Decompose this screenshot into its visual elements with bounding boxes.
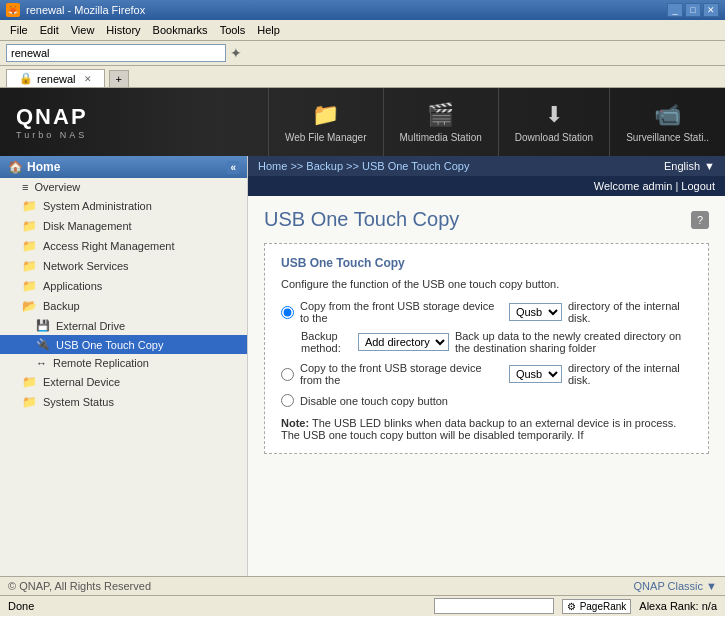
nav-surveillance-station-label: Surveillance Stati.. bbox=[626, 132, 709, 143]
sidebar-item-disk-management[interactable]: 📁 Disk Management bbox=[0, 216, 247, 236]
page-title-text: USB One Touch Copy bbox=[264, 208, 459, 231]
option3-row: Disable one touch copy button bbox=[281, 394, 692, 407]
tab-bar: 🔒 renewal ✕ + bbox=[0, 66, 725, 88]
section-description: Configure the function of the USB one to… bbox=[281, 278, 692, 290]
menu-bookmarks[interactable]: Bookmarks bbox=[147, 22, 214, 38]
note-text: Note: The USB LED blinks when data backu… bbox=[281, 417, 692, 441]
help-icon[interactable]: ? bbox=[691, 211, 709, 229]
status-text: Done bbox=[8, 600, 34, 612]
sidebar-item-remote-replication-label: Remote Replication bbox=[53, 357, 149, 369]
section-title: USB One Touch Copy bbox=[281, 256, 692, 270]
remote-replication-icon: ↔ bbox=[36, 357, 47, 369]
sidebar-item-external-device[interactable]: 📁 External Device bbox=[0, 372, 247, 392]
window-controls[interactable]: _ □ ✕ bbox=[667, 3, 719, 17]
breadcrumb-backup-link[interactable]: Backup bbox=[306, 160, 343, 172]
sidebar: 🏠 Home « ≡ Overview 📁 System Administrat… bbox=[0, 156, 248, 576]
option3-label: Disable one touch copy button bbox=[300, 395, 448, 407]
usb-icon: 🔌 bbox=[36, 338, 50, 351]
address-input[interactable] bbox=[6, 44, 226, 62]
address-bar: ✦ bbox=[0, 41, 725, 66]
menu-help[interactable]: Help bbox=[251, 22, 286, 38]
content-body: USB One Touch Copy ? USB One Touch Copy … bbox=[248, 196, 725, 576]
option2-label-pre: Copy to the front USB storage device fro… bbox=[300, 362, 503, 386]
sidebar-item-network-services[interactable]: 📁 Network Services bbox=[0, 256, 247, 276]
sidebar-item-applications[interactable]: 📁 Applications bbox=[0, 276, 247, 296]
menu-edit[interactable]: Edit bbox=[34, 22, 65, 38]
main-layout: 🏠 Home « ≡ Overview 📁 System Administrat… bbox=[0, 156, 725, 576]
option3-radio[interactable] bbox=[281, 394, 294, 407]
sidebar-item-overview[interactable]: ≡ Overview bbox=[0, 178, 247, 196]
note-content: The USB LED blinks when data backup to a… bbox=[281, 417, 676, 441]
add-tab-button[interactable]: ✦ bbox=[230, 45, 242, 61]
menu-bar: File Edit View History Bookmarks Tools H… bbox=[0, 20, 725, 41]
sidebar-item-backup[interactable]: 📂 Backup bbox=[0, 296, 247, 316]
qnap-logo-sub: Turbo NAS bbox=[16, 130, 104, 140]
menu-file[interactable]: File bbox=[4, 22, 34, 38]
nav-web-file-manager-label: Web File Manager bbox=[285, 132, 367, 143]
breadcrumb-home-link[interactable]: Home bbox=[258, 160, 287, 172]
system-admin-folder-icon: 📁 bbox=[22, 199, 37, 213]
option2-radio[interactable] bbox=[281, 368, 294, 381]
breadcrumb: Home >> Backup >> USB One Touch Copy bbox=[258, 160, 469, 172]
option2-row: Copy to the front USB storage device fro… bbox=[281, 362, 692, 386]
qnap-logo-text: QNAP bbox=[16, 104, 104, 130]
maximize-button[interactable]: □ bbox=[685, 3, 701, 17]
overview-icon: ≡ bbox=[22, 181, 28, 193]
home-icon: 🏠 bbox=[8, 160, 23, 174]
menu-tools[interactable]: Tools bbox=[214, 22, 252, 38]
breadcrumb-current: USB One Touch Copy bbox=[362, 160, 469, 172]
backup-method-select[interactable]: Add directory bbox=[358, 333, 449, 351]
sidebar-item-usb-one-touch-copy[interactable]: 🔌 USB One Touch Copy bbox=[0, 335, 247, 354]
option1-radio[interactable] bbox=[281, 306, 294, 319]
sidebar-item-backup-label: Backup bbox=[43, 300, 80, 312]
firefox-icon: 🦊 bbox=[6, 3, 20, 17]
nav-web-file-manager[interactable]: 📁 Web File Manager bbox=[268, 88, 383, 156]
classic-dropdown-icon[interactable]: ▼ bbox=[706, 580, 717, 592]
qnap-nav: 📁 Web File Manager 🎬 Multimedia Station … bbox=[120, 88, 725, 156]
status-right: ⚙ PageRank Alexa Rank: n/a bbox=[434, 598, 717, 614]
page-footer: © QNAP, All Rights Reserved QNAP Classic… bbox=[0, 576, 725, 595]
tab-label: renewal bbox=[37, 73, 76, 85]
qnap-logo: QNAP Turbo NAS bbox=[0, 104, 120, 140]
option1-label-post: directory of the internal disk. bbox=[568, 300, 692, 324]
sidebar-item-system-status[interactable]: 📁 System Status bbox=[0, 392, 247, 412]
option2-directory-select[interactable]: Qusb bbox=[509, 365, 562, 383]
option1-directory-select[interactable]: Qusb bbox=[509, 303, 562, 321]
menu-history[interactable]: History bbox=[100, 22, 146, 38]
sidebar-item-remote-replication[interactable]: ↔ Remote Replication bbox=[0, 354, 247, 372]
sidebar-item-external-drive[interactable]: 💾 External Drive bbox=[0, 316, 247, 335]
sidebar-item-system-status-label: System Status bbox=[43, 396, 114, 408]
search-input[interactable] bbox=[434, 598, 554, 614]
external-drive-icon: 💾 bbox=[36, 319, 50, 332]
sidebar-item-access-right-management-label: Access Right Management bbox=[43, 240, 174, 252]
nav-multimedia-station[interactable]: 🎬 Multimedia Station bbox=[383, 88, 498, 156]
option2-label-post: directory of the internal disk. bbox=[568, 362, 692, 386]
sidebar-collapse-button[interactable]: « bbox=[227, 161, 239, 174]
new-tab-button[interactable]: + bbox=[109, 70, 129, 87]
sidebar-header: 🏠 Home « bbox=[0, 156, 247, 178]
nav-multimedia-station-label: Multimedia Station bbox=[400, 132, 482, 143]
sidebar-item-usb-label: USB One Touch Copy bbox=[56, 339, 163, 351]
sidebar-item-access-right-management[interactable]: 📁 Access Right Management bbox=[0, 236, 247, 256]
close-button[interactable]: ✕ bbox=[703, 3, 719, 17]
sidebar-home-label: Home bbox=[27, 160, 60, 174]
active-tab[interactable]: 🔒 renewal ✕ bbox=[6, 69, 105, 87]
alexa-rank: Alexa Rank: n/a bbox=[639, 600, 717, 612]
option1-row: Copy from the front USB storage device t… bbox=[281, 300, 692, 324]
nav-download-station[interactable]: ⬇ Download Station bbox=[498, 88, 609, 156]
welcome-text: Welcome admin | Logout bbox=[594, 180, 715, 192]
tab-close-icon[interactable]: ✕ bbox=[84, 74, 92, 84]
option1-label-pre: Copy from the front USB storage device t… bbox=[300, 300, 503, 324]
sidebar-item-overview-label: Overview bbox=[34, 181, 80, 193]
browser-titlebar: 🦊 renewal - Mozilla Firefox _ □ ✕ bbox=[0, 0, 725, 20]
language-selector[interactable]: English ▼ bbox=[664, 160, 715, 172]
nav-surveillance-station[interactable]: 📹 Surveillance Stati.. bbox=[609, 88, 725, 156]
status-bar: Done ⚙ PageRank Alexa Rank: n/a bbox=[0, 595, 725, 616]
language-label: English bbox=[664, 160, 700, 172]
pagerank-label: PageRank bbox=[580, 601, 627, 612]
minimize-button[interactable]: _ bbox=[667, 3, 683, 17]
menu-view[interactable]: View bbox=[65, 22, 101, 38]
external-device-folder-icon: 📁 bbox=[22, 375, 37, 389]
sidebar-item-system-administration[interactable]: 📁 System Administration bbox=[0, 196, 247, 216]
qnap-classic-link[interactable]: QNAP Classic bbox=[634, 580, 703, 592]
